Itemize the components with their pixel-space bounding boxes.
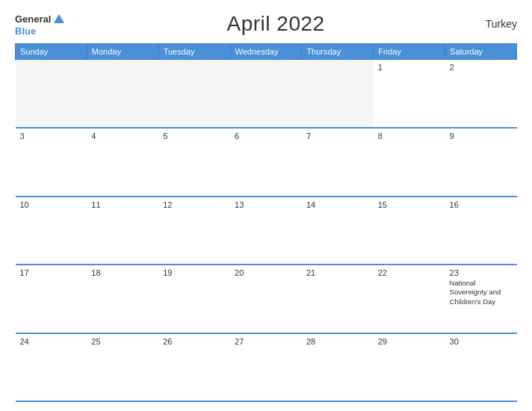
calendar-cell: 22	[374, 265, 445, 333]
header-tuesday: Tuesday	[158, 44, 230, 60]
day-number: 5	[163, 132, 226, 140]
calendar-cell	[230, 60, 302, 129]
calendar-cell: 4	[87, 128, 158, 197]
calendar-cell: 28	[302, 333, 374, 402]
logo-icon	[52, 13, 66, 26]
calendar-cell: 17	[16, 265, 87, 333]
calendar-cell: 2	[445, 60, 517, 129]
calendar-cell: 18	[87, 265, 158, 333]
day-number: 26	[163, 337, 226, 346]
calendar-row-3: 17181920212223National Sovereignty and C…	[16, 265, 517, 333]
calendar-cell: 11	[87, 197, 158, 265]
calendar-cell: 15	[374, 197, 445, 265]
day-number: 22	[378, 268, 441, 277]
day-number: 25	[91, 337, 154, 346]
calendar-row-2: 10111213141516	[16, 197, 517, 265]
calendar-cell: 16	[445, 197, 517, 265]
header-wednesday: Wednesday	[230, 44, 302, 60]
holiday-label: National Sovereignty and Children's Day	[450, 279, 513, 306]
calendar-cell: 29	[374, 333, 445, 402]
day-number: 16	[450, 200, 513, 209]
calendar-cell: 1	[374, 60, 445, 129]
day-number: 24	[20, 337, 83, 346]
day-number: 29	[378, 337, 441, 346]
calendar-cell: 5	[158, 128, 230, 197]
header-thursday: Thursday	[302, 44, 374, 60]
day-number: 15	[378, 200, 441, 209]
day-number: 2	[450, 63, 513, 72]
calendar-cell: 9	[445, 128, 517, 197]
calendar-cell: 8	[374, 128, 445, 197]
day-number: 7	[306, 132, 369, 140]
calendar-cell	[302, 60, 374, 129]
calendar-cell: 19	[158, 265, 230, 333]
day-number: 19	[163, 268, 226, 277]
day-number: 28	[306, 337, 369, 346]
calendar-cell: 20	[230, 265, 302, 333]
day-number: 13	[235, 200, 297, 209]
calendar-header: General Blue April 2022 Turkey	[15, 12, 517, 36]
day-number: 27	[235, 337, 297, 346]
calendar-cell: 13	[230, 197, 302, 265]
day-number: 3	[20, 132, 83, 140]
calendar-title: April 2022	[227, 12, 325, 36]
calendar-cell: 21	[302, 265, 374, 333]
day-number: 8	[378, 132, 441, 140]
calendar-cell: 24	[16, 333, 87, 402]
calendar-cell: 12	[158, 197, 230, 265]
calendar-cell: 26	[158, 333, 230, 402]
header-saturday: Saturday	[445, 44, 517, 60]
country-label: Turkey	[486, 18, 517, 30]
day-number: 6	[235, 132, 297, 140]
calendar-cell: 7	[302, 128, 374, 197]
header-monday: Monday	[87, 44, 158, 60]
calendar-cell	[87, 60, 158, 129]
header-sunday: Sunday	[16, 44, 87, 60]
logo-blue-text: Blue	[15, 26, 36, 36]
calendar-cell	[158, 60, 230, 129]
logo: General Blue	[15, 13, 66, 36]
calendar-row-0: 12	[16, 60, 517, 129]
day-number: 30	[450, 337, 513, 346]
calendar-cell: 6	[230, 128, 302, 197]
calendar-cell: 23National Sovereignty and Children's Da…	[445, 265, 517, 333]
weekday-header-row: Sunday Monday Tuesday Wednesday Thursday…	[16, 44, 517, 60]
day-number: 14	[306, 200, 369, 209]
calendar-row-4: 24252627282930	[16, 333, 517, 402]
day-number: 1	[378, 63, 441, 72]
svg-marker-0	[54, 14, 64, 23]
day-number: 10	[20, 200, 83, 209]
day-number: 11	[91, 200, 154, 209]
logo-general-text: General	[15, 14, 51, 24]
day-number: 17	[20, 268, 83, 277]
calendar-cell: 30	[445, 333, 517, 402]
day-number: 9	[450, 132, 513, 140]
calendar-row-1: 3456789	[16, 128, 517, 197]
calendar-cell: 25	[87, 333, 158, 402]
day-number: 18	[91, 268, 154, 277]
calendar-cell	[16, 60, 87, 129]
day-number: 21	[306, 268, 369, 277]
day-number: 23	[450, 268, 513, 277]
header-friday: Friday	[374, 44, 445, 60]
calendar-cell: 14	[302, 197, 374, 265]
day-number: 12	[163, 200, 226, 209]
calendar-cell: 3	[16, 128, 87, 197]
day-number: 20	[235, 268, 297, 277]
calendar-table: Sunday Monday Tuesday Wednesday Thursday…	[15, 43, 517, 402]
calendar-cell: 27	[230, 333, 302, 402]
calendar-cell: 10	[16, 197, 87, 265]
day-number: 4	[91, 132, 154, 140]
calendar-page: General Blue April 2022 Turkey Sunday Mo…	[0, 0, 532, 411]
